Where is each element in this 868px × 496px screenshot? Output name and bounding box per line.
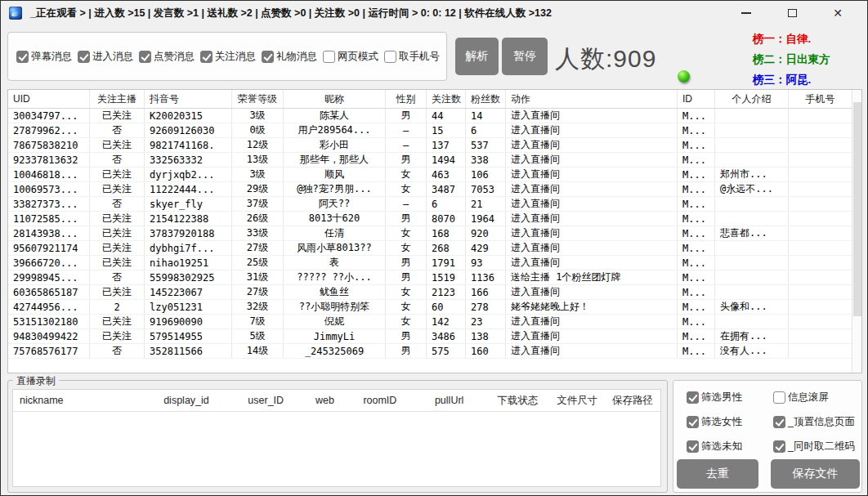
table-row[interactable]: 75768576177否35281156614级_245325069男57516… — [8, 344, 861, 359]
checkbox-checked-icon[interactable] — [773, 416, 785, 428]
save-file-button[interactable]: 保存文件 — [771, 459, 860, 489]
recording-column-header[interactable]: web — [302, 395, 347, 406]
checkbox-option[interactable]: 筛选未知 — [687, 440, 742, 454]
column-header-honor-level[interactable]: 荣誉等级 — [232, 90, 284, 108]
cell-fans-count: 537 — [466, 138, 506, 152]
checkbox-checked-icon[interactable] — [139, 51, 151, 63]
cell-nickname: 任清 — [284, 226, 386, 240]
cell-follow-status: 已关注 — [90, 109, 145, 123]
table-row[interactable]: 29998945...否5599830292531级????? ??小...男1… — [8, 270, 861, 285]
table-row[interactable]: 94830499422已关注5795149555级JimmyLi男3486138… — [8, 329, 861, 344]
cell-phone — [789, 153, 852, 167]
column-header-id[interactable]: ID — [678, 90, 715, 108]
minimize-button[interactable] — [723, 1, 769, 25]
cell-douyin-id: 2154122388 — [145, 212, 232, 226]
checkbox-option[interactable]: 信息滚屏 — [773, 391, 855, 404]
checkbox-unchecked-icon[interactable] — [323, 51, 335, 63]
table-scrollbar[interactable] — [852, 90, 861, 373]
checkbox-checked-icon[interactable] — [16, 51, 29, 63]
table-scrollbar-thumb[interactable] — [853, 102, 861, 316]
checkbox-option[interactable]: 筛选男性 — [687, 391, 742, 404]
cell-following-count: 15 — [427, 123, 466, 137]
checkbox-option[interactable]: _同时取二维码 — [773, 440, 855, 454]
cell-action: 进入直播间 — [506, 226, 678, 240]
checkbox-option[interactable]: _顶置信息页面 — [773, 415, 855, 429]
table-row[interactable]: 30034797...已关注K200203153级陈某人男4414进入直播间M.… — [8, 109, 861, 123]
table-row[interactable]: 78675838210已关注9821741168.12级彩小田–137537进入… — [8, 138, 861, 153]
cell-fans-count: 14 — [466, 109, 506, 123]
table-row[interactable]: 10046818...已关注dyrjxqb2...3级顺风女463106进入直播… — [8, 168, 861, 182]
maximize-button[interactable] — [769, 1, 815, 25]
checkbox-option[interactable]: 筛选女性 — [687, 415, 742, 429]
cell-nickname: 彩小田 — [284, 138, 386, 152]
table-row[interactable]: 95607921174已关注dybhgi7f...27级风雨小草8013??女2… — [8, 241, 861, 256]
cell-fans-count: 429 — [466, 241, 506, 255]
cell-follow-status: 已关注 — [90, 212, 145, 226]
column-header-phone[interactable]: 手机号 — [789, 90, 852, 108]
table-row[interactable]: 42744956...2lzy05123132级??小聪明特别笨女60278姥爷… — [8, 300, 861, 315]
dedupe-button[interactable]: 去重 — [677, 459, 758, 489]
cell-following-count: 60 — [427, 300, 466, 314]
option-label: 筛选未知 — [701, 440, 742, 454]
checkbox-checked-icon[interactable] — [687, 391, 699, 404]
checkbox-option[interactable]: 点赞消息 — [139, 50, 195, 64]
recording-column-header[interactable]: user_ID — [229, 395, 302, 406]
recording-column-header[interactable]: 文件尺寸 — [549, 394, 605, 408]
checkbox-option[interactable]: 礼物消息 — [262, 50, 317, 64]
pause-button[interactable]: 暂停 — [502, 38, 548, 75]
filter-option-label: 礼物消息 — [276, 50, 317, 64]
column-header-follow-status[interactable]: 关注主播 — [90, 90, 145, 108]
checkbox-unchecked-icon[interactable] — [773, 391, 785, 404]
recording-column-header[interactable]: nickname — [13, 395, 144, 406]
cell-nickname: 用户289564... — [284, 123, 386, 137]
column-header-action[interactable]: 动作 — [506, 90, 678, 108]
close-button[interactable]: ✕ — [815, 1, 861, 25]
cell-id: M... — [678, 315, 715, 328]
cell-fans-count: 23 — [466, 315, 506, 328]
cell-douyin-id: 9821741168. — [145, 138, 232, 152]
column-header-nickname[interactable]: 昵称 — [284, 90, 386, 108]
checkbox-checked-icon[interactable] — [200, 51, 213, 63]
table-row[interactable]: 28143938...已关注3783792018833级任清女168920进入直… — [8, 226, 861, 241]
parse-button[interactable]: 解析 — [455, 38, 499, 75]
column-header-gender[interactable]: 性别 — [386, 90, 427, 108]
checkbox-option[interactable]: 弹幕消息 — [16, 50, 72, 64]
table-row[interactable]: 27879962...否926091260300级用户289564...–156… — [8, 123, 861, 138]
checkbox-checked-icon[interactable] — [773, 440, 785, 453]
checkbox-checked-icon[interactable] — [687, 440, 699, 453]
table-row[interactable]: 53151302180已关注9196900907级倪妮女14223进入直播间M.… — [8, 315, 861, 329]
cell-uid: 92337813632 — [8, 153, 90, 167]
cell-id: M... — [678, 182, 715, 196]
checkbox-checked-icon[interactable] — [262, 51, 274, 63]
checkbox-option[interactable]: 取手机号 — [384, 50, 440, 64]
cell-action: 进入直播间 — [506, 329, 678, 343]
table-row[interactable]: 39666720...已关注nihao1925125级表男179193进入直播间… — [8, 256, 861, 270]
recording-column-header[interactable]: 下载状态 — [486, 394, 550, 408]
checkbox-checked-icon[interactable] — [78, 51, 90, 63]
titlebar[interactable]: _正在观看 > | 进入数 >15 | 发言数 >1 | 送礼数 >2 | 点赞… — [1, 1, 867, 25]
cell-id: M... — [678, 212, 715, 226]
table-row[interactable]: 92337813632否33256333213级那些年，那些人男1494338进… — [8, 153, 861, 168]
column-header-uid[interactable]: UID — [8, 90, 90, 108]
table-row[interactable]: 60365865187已关注14522306727级鱿鱼丝女2123166进入直… — [8, 285, 861, 300]
checkbox-option[interactable]: 网页模式 — [323, 50, 378, 64]
checkbox-option[interactable]: 进入消息 — [78, 50, 133, 64]
option-label: 筛选女性 — [701, 415, 742, 429]
recording-column-header[interactable]: roomID — [347, 395, 413, 406]
checkbox-unchecked-icon[interactable] — [384, 51, 396, 63]
column-header-fans-count[interactable]: 粉丝数 — [466, 90, 506, 108]
recording-column-header[interactable]: pullUrl — [413, 395, 486, 406]
cell-uid: 33827373... — [8, 197, 90, 211]
cell-fans-count: 160 — [466, 344, 506, 358]
table-row[interactable]: 10069573...已关注11222444...29级@独?宠?男朋...女3… — [8, 182, 861, 197]
table-row[interactable]: 33827373...否skyer_fly37级阿天??–621进入直播间M..… — [8, 197, 861, 212]
column-header-douyin-id[interactable]: 抖音号 — [145, 90, 232, 108]
recording-column-header[interactable]: display_id — [144, 395, 230, 406]
checkbox-option[interactable]: 关注消息 — [200, 50, 256, 64]
table-row[interactable]: 11072585...已关注215412238826级8013十620男8070… — [8, 212, 861, 226]
column-header-following-count[interactable]: 关注数 — [427, 90, 466, 108]
checkbox-checked-icon[interactable] — [687, 416, 699, 428]
column-header-intro[interactable]: 个人介绍 — [715, 90, 789, 108]
cell-following-count: 463 — [427, 168, 466, 181]
recording-column-header[interactable]: 保存路径 — [605, 394, 660, 408]
